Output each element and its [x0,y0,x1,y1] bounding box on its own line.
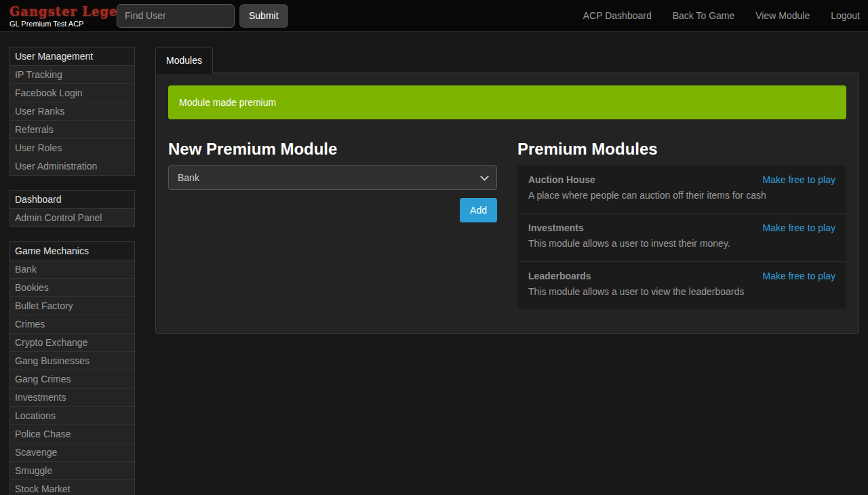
module-head: Leaderboards Make free to play [528,270,835,282]
module-name: Investments [528,222,584,234]
list-item-auction-house: Auction House Make free to play A place … [517,165,846,214]
make-free-to-play-link[interactable]: Make free to play [763,270,835,282]
nav-link-acp-dashboard[interactable]: ACP Dashboard [583,10,652,21]
sidebar-group-game-mechanics: Game Mechanics Bank Bookies Bullet Facto… [9,241,135,495]
sidebar: User Management IP Tracking Facebook Log… [9,47,135,495]
modules-panel: Module made premium New Premium Module B… [155,73,859,334]
sidebar-item-crypto-exchange[interactable]: Crypto Exchange [10,334,134,352]
premium-modules-heading: Premium Modules [517,140,846,159]
add-row: Add [168,198,497,222]
nav-link-view-module[interactable]: View Module [755,10,810,21]
brand-logo: Gangster Legends [9,4,110,18]
make-free-to-play-link[interactable]: Make free to play [763,222,835,234]
find-user-form: Submit [117,4,288,28]
top-nav: ACP Dashboard Back To Game View Module L… [562,10,860,21]
list-item-leaderboards: Leaderboards Make free to play This modu… [517,262,846,309]
sidebar-item-bookies[interactable]: Bookies [10,279,134,297]
module-select-wrap: Bank [168,165,497,190]
module-description: This module allows a user to view the le… [528,285,835,298]
sidebar-header-game-mechanics: Game Mechanics [10,242,134,260]
find-user-input[interactable] [117,4,235,28]
add-button[interactable]: Add [460,198,497,222]
success-alert: Module made premium [168,85,846,119]
sidebar-item-stock-market[interactable]: Stock Market [10,480,134,495]
list-item-investments: Investments Make free to play This modul… [517,214,846,262]
sidebar-item-scavenge[interactable]: Scavenge [10,443,134,462]
module-description: A place where people can auction off the… [528,189,835,201]
make-free-to-play-link[interactable]: Make free to play [763,174,835,186]
tab-modules[interactable]: Modules [155,47,213,74]
nav-link-back-to-game[interactable]: Back To Game [673,10,735,21]
module-name: Leaderboards [528,270,591,282]
module-head: Investments Make free to play [528,222,835,234]
new-premium-module-section: New Premium Module Bank Add [168,140,497,309]
sidebar-item-locations[interactable]: Locations [10,407,134,425]
module-description: This module allows a user to invest thei… [528,237,835,250]
sidebar-item-user-roles[interactable]: User Roles [10,139,134,157]
sidebar-item-smuggle[interactable]: Smuggle [10,462,134,480]
main-content: Modules Module made premium New Premium … [155,47,859,334]
sidebar-item-facebook-login[interactable]: Facebook Login [10,84,134,102]
module-select[interactable]: Bank [168,165,497,190]
sidebar-item-crimes[interactable]: Crimes [10,315,134,334]
sidebar-item-gang-crimes[interactable]: Gang Crimes [10,370,134,389]
nav-link-logout[interactable]: Logout [831,10,860,21]
premium-modules-list: Auction House Make free to play A place … [517,165,846,309]
brand-subtitle: GL Premium Test ACP [9,20,110,28]
module-head: Auction House Make free to play [528,174,835,186]
sidebar-item-investments[interactable]: Investments [10,389,134,407]
top-bar: Gangster Legends GL Premium Test ACP Sub… [0,0,868,32]
new-premium-module-heading: New Premium Module [168,140,497,159]
sidebar-item-bank[interactable]: Bank [10,260,134,279]
sidebar-item-police-chase[interactable]: Police Chase [10,425,134,443]
sidebar-header-user-management: User Management [10,47,134,66]
sidebar-item-user-administration[interactable]: User Administration [10,157,134,175]
sidebar-item-gang-businesses[interactable]: Gang Businesses [10,352,134,370]
brand: Gangster Legends GL Premium Test ACP [9,4,110,28]
sidebar-group-dashboard: Dashboard Admin Control Panel [9,190,135,227]
panel-columns: New Premium Module Bank Add Premium Modu… [168,140,846,309]
sidebar-group-user-management: User Management IP Tracking Facebook Log… [9,47,135,176]
sidebar-item-ip-tracking[interactable]: IP Tracking [10,66,134,84]
sidebar-item-admin-control-panel[interactable]: Admin Control Panel [10,209,134,226]
premium-modules-section: Premium Modules Auction House Make free … [517,140,846,309]
sidebar-header-dashboard: Dashboard [10,191,134,209]
sidebar-item-bullet-factory[interactable]: Bullet Factory [10,297,134,315]
submit-button[interactable]: Submit [239,4,288,28]
module-name: Auction House [528,174,595,186]
sidebar-item-user-ranks[interactable]: User Ranks [10,102,134,121]
page-body: User Management IP Tracking Facebook Log… [0,32,868,495]
sidebar-item-referrals[interactable]: Referrals [10,121,134,139]
